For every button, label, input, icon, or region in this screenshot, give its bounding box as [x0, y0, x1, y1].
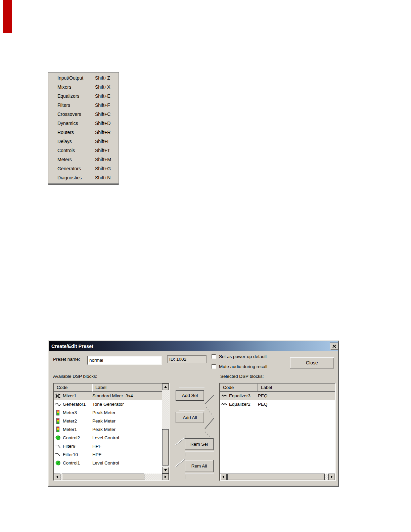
row-code: Meter2	[63, 418, 92, 424]
power-up-default-label: Set as power-up default	[219, 354, 267, 359]
meter-icon	[55, 427, 61, 432]
close-icon[interactable]	[330, 343, 338, 350]
scroll-down-button[interactable]	[162, 467, 169, 474]
preset-id-field: ID: 1002	[167, 355, 207, 363]
menu-item-crossovers[interactable]: CrossoversShift+C	[48, 110, 119, 119]
selected-label-header[interactable]: Label	[258, 384, 335, 392]
menu-item-delays[interactable]: DelaysShift+L	[48, 137, 119, 146]
add-sel-button[interactable]: Add Sel	[176, 390, 204, 401]
list-row-mixer1[interactable]: Mixer1Standard Mixer 3x4	[54, 392, 162, 400]
menu-item-diagnostics[interactable]: DiagnosticsShift+N	[48, 173, 119, 182]
row-label: PEQ	[258, 402, 335, 407]
meter-icon	[55, 418, 61, 424]
list-row-meter3[interactable]: Meter3Peak Meter	[54, 408, 162, 417]
triangle-up-icon	[164, 386, 167, 388]
menu-item-shortcut: Shift+M	[95, 155, 115, 164]
list-row-control2[interactable]: Control2Level Control	[54, 434, 162, 442]
control-icon	[55, 435, 61, 441]
available-label-header[interactable]: Label	[92, 384, 162, 392]
row-code: Generator1	[63, 402, 92, 407]
row-code: Mixer1	[63, 393, 92, 398]
menu-item-label: Crossovers	[57, 110, 95, 119]
scroll-left-button[interactable]	[220, 474, 227, 480]
row-label: Tone Generator	[92, 402, 162, 407]
row-code: Equalizer2	[229, 402, 258, 407]
menu-item-shortcut: Shift+L	[95, 137, 115, 146]
dialog-titlebar[interactable]: Create/Edit Preset	[49, 341, 338, 351]
menu-item-shortcut: Shift+N	[95, 173, 115, 182]
available-hscroll-thumb[interactable]	[62, 474, 144, 480]
menu-item-mixers[interactable]: MixersShift+X	[48, 83, 119, 92]
menu-item-equalizers[interactable]: EqualizersShift+E	[48, 92, 119, 101]
menu-item-label: Filters	[57, 101, 95, 110]
dsp-blocks-context-menu: Input/OutputShift+ZMixersShift+XEqualize…	[48, 72, 119, 184]
menu-item-shortcut: Shift+D	[95, 119, 115, 128]
available-vscroll-thumb[interactable]	[162, 429, 169, 466]
list-row-meter2[interactable]: Meter2Peak Meter	[54, 417, 162, 425]
row-code: Control1	[63, 460, 92, 466]
menu-item-label: Meters	[57, 155, 95, 164]
menu-item-filters[interactable]: FiltersShift+F	[48, 101, 119, 110]
list-row-filter10[interactable]: Filter10HPF	[54, 450, 162, 459]
rem-all-button[interactable]: Rem All	[185, 460, 214, 472]
power-up-default-checkbox[interactable]	[212, 354, 216, 359]
x-glyph	[332, 345, 336, 348]
document-page: Input/OutputShift+ZMixersShift+XEqualize…	[0, 0, 411, 532]
available-dsp-label: Available DSP blocks:	[53, 374, 97, 379]
menu-item-label: Generators	[57, 164, 95, 173]
list-row-equalizer3[interactable]: Equalizer3PEQ	[220, 392, 335, 400]
meter-icon	[55, 410, 61, 415]
selected-code-header[interactable]: Code	[220, 384, 258, 392]
close-button[interactable]: Close	[290, 357, 334, 368]
available-code-header[interactable]: Code	[54, 384, 92, 392]
mute-audio-option: Mute audio during recall	[212, 364, 267, 369]
row-label: PEQ	[258, 393, 335, 398]
filter-icon	[55, 443, 61, 449]
row-code: Filter10	[63, 452, 92, 457]
menu-item-label: Diagnostics	[57, 173, 95, 182]
available-dsp-list: Code Label Mixer1Standard Mixer 3x4Gener…	[53, 383, 170, 481]
row-label: HPF	[92, 444, 162, 449]
row-label: Peak Meter	[92, 427, 162, 432]
list-row-meter1[interactable]: Meter1Peak Meter	[54, 425, 162, 434]
menu-item-controls[interactable]: ControlsShift+T	[48, 146, 119, 155]
add-all-button[interactable]: Add All	[176, 412, 204, 423]
menu-item-meters[interactable]: MetersShift+M	[48, 155, 119, 164]
selected-hscroll-thumb[interactable]	[227, 474, 325, 480]
menu-item-shortcut: Shift+R	[95, 128, 115, 137]
mute-audio-checkbox[interactable]	[212, 364, 216, 369]
menu-item-label: Dynamics	[57, 119, 95, 128]
menu-item-shortcut: Shift+T	[95, 146, 115, 155]
triangle-down-icon	[164, 469, 167, 471]
triangle-right-icon	[165, 476, 167, 478]
menu-item-shortcut: Shift+E	[95, 92, 115, 101]
menu-item-routers[interactable]: RoutersShift+R	[48, 128, 119, 137]
scroll-left-button[interactable]	[54, 474, 60, 480]
equalizer-icon	[221, 401, 227, 407]
list-row-generator1[interactable]: Generator1Tone Generator	[54, 400, 162, 408]
equalizer-icon	[221, 393, 227, 399]
selected-dsp-label: Selected DSP blocks:	[220, 374, 264, 379]
list-row-filter9[interactable]: Filter9HPF	[54, 442, 162, 450]
mixer-icon	[55, 393, 61, 399]
list-row-equalizer2[interactable]: Equalizer2PEQ	[220, 400, 335, 408]
menu-item-shortcut: Shift+X	[95, 83, 115, 92]
menu-item-input-output[interactable]: Input/OutputShift+Z	[48, 74, 119, 83]
rem-sel-button[interactable]: Rem Sel	[185, 438, 214, 450]
row-code: Filter9	[63, 444, 92, 449]
row-code: Meter1	[63, 427, 92, 432]
scroll-up-button[interactable]	[162, 384, 169, 390]
menu-item-label: Input/Output	[57, 74, 95, 83]
menu-item-label: Routers	[57, 128, 95, 137]
menu-item-dynamics[interactable]: DynamicsShift+D	[48, 119, 119, 128]
dialog-title: Create/Edit Preset	[49, 344, 93, 349]
create-edit-preset-dialog: Create/Edit Preset	[48, 340, 339, 487]
menu-item-generators[interactable]: GeneratorsShift+G	[48, 164, 119, 173]
scroll-right-button[interactable]	[162, 474, 169, 480]
scroll-right-button[interactable]	[328, 474, 335, 480]
list-row-control1[interactable]: Control1Level Control	[54, 459, 162, 467]
mute-audio-label: Mute audio during recall	[219, 364, 267, 369]
preset-name-input[interactable]: normal	[87, 356, 162, 365]
triangle-right-icon	[331, 476, 333, 478]
row-code: Equalizer3	[229, 393, 258, 398]
